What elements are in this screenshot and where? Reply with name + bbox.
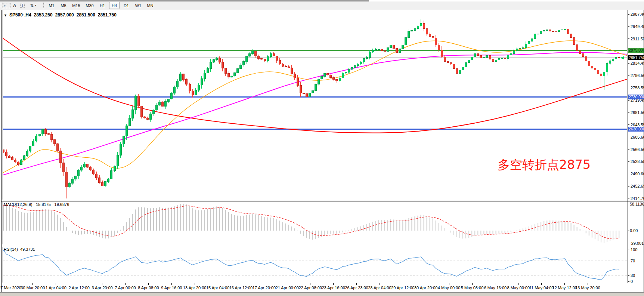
candle-body	[384, 50, 386, 51]
text-label-button[interactable]: A	[11, 2, 18, 9]
time-axis-label: 29 Apr 12:00	[391, 286, 414, 290]
candle-body	[309, 93, 311, 97]
candle-body	[543, 30, 545, 31]
timeframe-m1-button[interactable]: M1	[46, 2, 57, 9]
candle-body	[345, 72, 347, 73]
candle-body	[162, 102, 164, 106]
candle-body	[210, 62, 211, 69]
rsi-axis-label: 30	[631, 273, 635, 278]
price-tick-label: 2681.500	[631, 110, 644, 115]
candle-body	[276, 56, 278, 61]
candle-body	[177, 81, 179, 87]
candle-body	[417, 26, 419, 28]
candle-body	[225, 68, 227, 73]
candle-body	[438, 45, 440, 50]
candle-body	[90, 167, 92, 170]
cursor-mode-button[interactable]: ⇅ ▾	[28, 2, 39, 9]
candle-body	[579, 50, 581, 54]
candle-body	[516, 49, 518, 51]
candle-body	[108, 179, 109, 181]
candle-body	[198, 85, 199, 90]
candle-body	[201, 78, 202, 85]
time-axis-label: 23 Apr 16:00	[322, 286, 345, 290]
time-axis-label: 9 Apr 16:00	[161, 286, 182, 290]
macd-name: MACD(12,26,9)	[4, 202, 32, 207]
time-axis-label: 8 May 00:00	[507, 286, 530, 290]
candle-body	[129, 118, 130, 126]
low-value: 2851.500	[77, 12, 95, 18]
candle-body	[285, 66, 287, 67]
template-button[interactable]: F	[2, 2, 11, 9]
price-tick-label: 2911.500	[631, 37, 644, 41]
candle-body	[249, 54, 251, 56]
candle-body	[168, 99, 170, 101]
chart-canvas[interactable]: 2987.4002949.4502911.5002873.5502834.450…	[0, 0, 644, 296]
candle-body	[288, 67, 290, 68]
candle-body	[59, 151, 61, 163]
candle-body	[582, 54, 584, 57]
candle-body	[255, 51, 257, 56]
candle-body	[609, 61, 611, 64]
rsi-axis-label: 0	[631, 279, 633, 284]
candle-body	[546, 30, 548, 30]
candle-body	[24, 156, 25, 160]
candle-body	[15, 160, 16, 162]
timeframe-h4-button[interactable]: H4	[109, 2, 120, 9]
price-tick-label: 2949.450	[631, 24, 644, 29]
candle-body	[102, 183, 103, 186]
template-f-icon: F	[3, 3, 10, 8]
time-axis-label: 17 Apr 20:00	[253, 286, 276, 290]
candle-body	[219, 58, 220, 62]
candle-body	[270, 53, 272, 57]
candle-body	[444, 57, 446, 62]
timeframe-m5-button[interactable]: M5	[58, 2, 69, 9]
candle-body	[462, 67, 464, 70]
candle-body	[68, 184, 70, 187]
candle-body	[126, 126, 127, 136]
price-tick-label: 2834.450	[631, 61, 644, 65]
support-price-label-2: 2630.000	[628, 127, 644, 132]
candle-body	[375, 49, 377, 50]
dropdown-triangle-icon[interactable]: ▼	[4, 13, 7, 17]
timeframe-d1-button[interactable]: D1	[121, 2, 131, 9]
price-tick-label: 2566.500	[631, 147, 644, 152]
candle-body	[552, 31, 554, 32]
candle-body	[35, 136, 37, 141]
candle-body	[369, 52, 371, 58]
candle-body	[62, 163, 64, 172]
candle-body	[612, 59, 614, 61]
time-axis-label: 22 Apr 08:00	[299, 286, 322, 290]
candle-body	[183, 74, 185, 80]
candle-body	[594, 68, 596, 70]
candle-body	[111, 171, 112, 179]
text-box-button[interactable]: T	[19, 2, 26, 9]
candle-body	[87, 164, 89, 167]
candle-body	[134, 96, 136, 110]
timeframe-h1-button[interactable]: H1	[97, 2, 108, 9]
macd-axis-label: 0.00	[630, 228, 638, 233]
timeframe-mn-button[interactable]: MN	[145, 2, 155, 9]
price-tick-label: 2643.550	[631, 123, 644, 127]
candle-body	[333, 78, 335, 80]
candle-body	[47, 133, 49, 134]
candle-body	[471, 57, 473, 60]
candle-body	[357, 64, 359, 65]
timeframe-m30-button[interactable]: M30	[84, 2, 96, 9]
candle-body	[153, 110, 155, 114]
candle-body	[282, 64, 284, 66]
candle-body	[143, 117, 145, 118]
candle-body	[131, 110, 133, 118]
time-axis-label: 30 Apr 20:00	[414, 286, 437, 290]
time-axis-label: 7 Apr 00:00	[115, 286, 136, 290]
timeframe-m15-button[interactable]: M15	[70, 2, 82, 9]
time-axis-label: 12 May 12:00	[552, 286, 577, 290]
candle-body	[231, 76, 233, 77]
text-a-icon: A	[13, 3, 16, 8]
toolbar-grip[interactable]	[43, 3, 45, 8]
timeframe-w1-button[interactable]: W1	[133, 2, 143, 9]
candle-body	[504, 59, 506, 59]
candle-body	[456, 69, 458, 74]
close-value: 2851.750	[98, 12, 117, 18]
candle-body	[537, 34, 539, 34]
candle-body	[53, 139, 55, 144]
